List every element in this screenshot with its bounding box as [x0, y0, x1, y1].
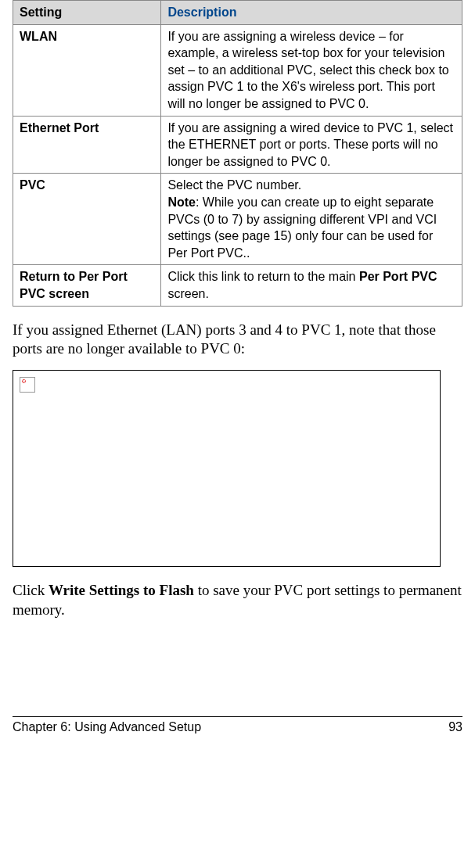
broken-image-icon — [20, 377, 35, 393]
note-text: : While you can create up to eight separ… — [167, 195, 437, 260]
setting-description: If you are assigning a wireless device –… — [161, 24, 462, 116]
table-row: PVC Select the PVC number.Note: While yo… — [13, 174, 462, 265]
table-row: Ethernet Port If you are assigning a wir… — [13, 116, 462, 174]
setting-name: Ethernet Port — [13, 116, 161, 174]
paragraph-write-flash: Click Write Settings to Flash to save yo… — [13, 581, 462, 619]
header-setting: Setting — [13, 1, 161, 25]
footer-page-number: 93 — [448, 720, 462, 734]
settings-table: Setting Description WLAN If you are assi… — [13, 0, 462, 307]
paragraph-assign-note: If you assigned Ethernet (LAN) ports 3 a… — [13, 321, 462, 359]
para2-bold: Write Settings to Flash — [49, 582, 194, 598]
screenshot-placeholder — [13, 370, 441, 567]
setting-description: Click this link to return to the main Pe… — [161, 265, 462, 306]
setting-description: If you are assigning a wired device to P… — [161, 116, 462, 174]
setting-name: PVC — [13, 174, 161, 265]
desc-post: screen. — [167, 287, 208, 300]
setting-description: Select the PVC number.Note: While you ca… — [161, 174, 462, 265]
desc-pre: Click this link to return to the main — [167, 270, 359, 283]
para2-pre: Click — [13, 582, 49, 598]
header-description: Description — [161, 1, 462, 25]
table-row: Return to Per Port PVC screen Click this… — [13, 265, 462, 306]
setting-name: Return to Per Port PVC screen — [13, 265, 161, 306]
footer-chapter: Chapter 6: Using Advanced Setup — [13, 720, 201, 734]
desc-bold: Per Port PVC — [359, 270, 437, 283]
table-row: WLAN If you are assigning a wireless dev… — [13, 24, 462, 116]
page-footer: Chapter 6: Using Advanced Setup 93 — [13, 717, 462, 734]
note-label: Note — [167, 195, 196, 209]
desc-text: Select the PVC number. — [167, 178, 301, 192]
setting-name: WLAN — [13, 24, 161, 116]
